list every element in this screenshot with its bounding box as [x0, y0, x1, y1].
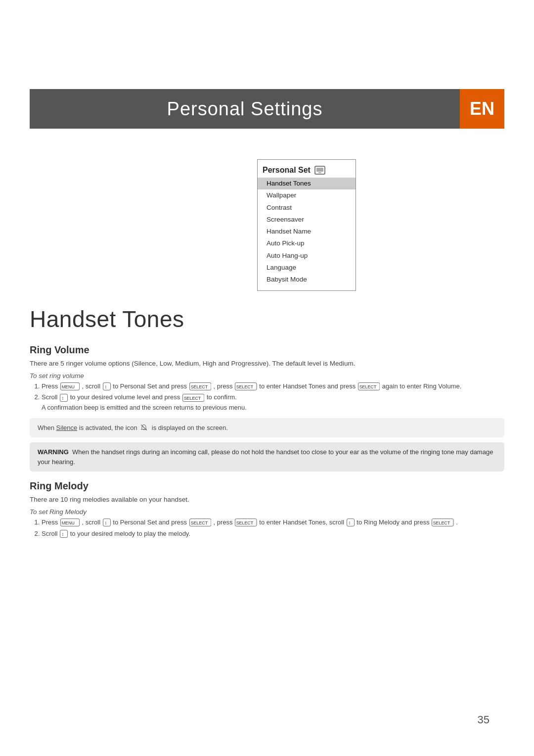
svg-text:SELECT: SELECT — [236, 384, 254, 389]
menu-item-babysit-mode[interactable]: Babysit Mode — [258, 274, 356, 285]
scroll-icon-4: ↕ — [347, 519, 355, 526]
svg-text:↕: ↕ — [62, 395, 64, 400]
svg-text:↕: ↕ — [348, 520, 351, 525]
svg-text:↕: ↕ — [62, 531, 64, 537]
step-item: Scroll ↕ to your desired melody to play … — [42, 529, 504, 539]
ring-melody-section: Ring Melody There are 10 ring melodies a… — [30, 480, 504, 539]
svg-text:SELECT: SELECT — [236, 520, 254, 525]
ring-melody-description: There are 10 ring melodies available on … — [30, 495, 504, 505]
header-bar: Personal Settings EN — [30, 89, 504, 129]
silence-info-box: When Silence is activated, the icon is d… — [30, 418, 504, 438]
page-title: Personal Settings — [30, 89, 460, 129]
step-item: Press MENU , scroll ↕ to Personal Set an… — [42, 381, 504, 392]
ring-melody-steps: Press MENU , scroll ↕ to Personal Set an… — [42, 518, 504, 539]
svg-text:SELECT: SELECT — [184, 395, 201, 400]
select-button-icon-7: SELECT — [432, 519, 453, 526]
menu-header: Personal Set — [258, 165, 356, 178]
svg-text:SELECT: SELECT — [359, 384, 376, 389]
ring-melody-subtitle: Ring Melody — [30, 480, 504, 492]
select-button-icon-3: SELECT — [358, 382, 380, 390]
ring-volume-subtitle: Ring Volume — [30, 344, 504, 356]
select-button-icon-4: SELECT — [182, 394, 204, 402]
svg-rect-1 — [316, 168, 323, 172]
menu-button-icon: MENU — [60, 382, 80, 390]
step-item: Press MENU , scroll ↕ to Personal Set an… — [42, 518, 504, 528]
menu-item-auto-hangup[interactable]: Auto Hang-up — [258, 250, 356, 262]
svg-text:MENU: MENU — [62, 384, 75, 389]
svg-text:SELECT: SELECT — [433, 520, 450, 525]
step-item: Scroll ↕ to your desired volume level an… — [42, 392, 504, 413]
select-button-icon-2: SELECT — [235, 382, 257, 390]
menu-item-contrast[interactable]: Contrast — [258, 202, 356, 214]
menu-item-auto-pickup[interactable]: Auto Pick-up — [258, 237, 356, 249]
menu-item-handset-name[interactable]: Handset Name — [258, 226, 356, 237]
menu-button-icon-2: MENU — [60, 519, 80, 526]
ring-volume-steps: Press MENU , scroll ↕ to Personal Set an… — [42, 381, 504, 413]
menu-item-wallpaper[interactable]: Wallpaper — [258, 189, 356, 201]
svg-text:MENU: MENU — [62, 520, 75, 525]
svg-rect-2 — [318, 172, 321, 173]
menu-title: Personal Set — [263, 166, 311, 175]
ring-melody-instruction: To set Ring Melody — [30, 508, 504, 516]
ring-volume-instruction: To set ring volume — [30, 372, 504, 379]
menu-item-screensaver[interactable]: Screensaver — [258, 214, 356, 226]
personal-set-menu: Personal Set Handset Tones Wallpaper Con… — [257, 159, 356, 291]
svg-text:SELECT: SELECT — [190, 520, 208, 525]
svg-text:↕: ↕ — [104, 520, 107, 525]
warning-label: WARNING — [38, 448, 69, 456]
handset-tones-title: Handset Tones — [30, 306, 504, 332]
ring-volume-section: Ring Volume There are 5 ringer volume op… — [30, 344, 504, 472]
scroll-icon-5: ↕ — [60, 530, 68, 538]
silence-icon — [140, 424, 149, 432]
ring-volume-description: There are 5 ringer volume options (Silen… — [30, 359, 504, 369]
svg-text:↕: ↕ — [104, 384, 107, 389]
main-content: Handset Tones Ring Volume There are 5 ri… — [0, 291, 534, 539]
scroll-icon-3: ↕ — [103, 519, 111, 526]
select-button-icon-5: SELECT — [189, 519, 211, 526]
svg-text:SELECT: SELECT — [190, 384, 208, 389]
menu-item-handset-tones[interactable]: Handset Tones — [258, 178, 356, 189]
warning-box: WARNING When the handset rings during an… — [30, 442, 504, 472]
scroll-icon-1: ↕ — [103, 382, 111, 390]
menu-icon — [314, 166, 325, 175]
scroll-icon-2: ↕ — [60, 394, 68, 402]
language-badge: EN — [460, 89, 504, 129]
menu-item-language[interactable]: Language — [258, 262, 356, 274]
select-button-icon-1: SELECT — [189, 382, 211, 390]
select-button-icon-6: SELECT — [235, 519, 257, 526]
page-number: 35 — [478, 713, 490, 726]
